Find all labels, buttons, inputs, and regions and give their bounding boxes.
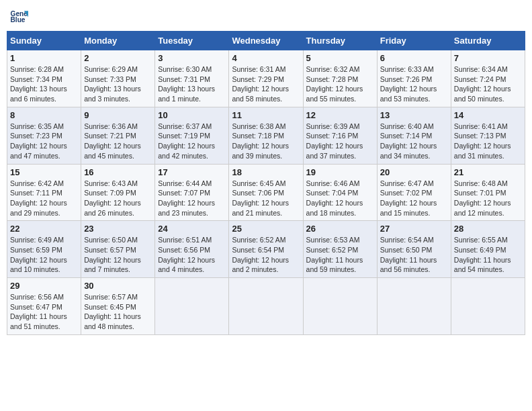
- calendar-cell: 2Sunrise: 6:29 AMSunset: 7:33 PMDaylight…: [81, 50, 155, 107]
- day-info: Sunrise: 6:52 AMSunset: 6:54 PMDaylight:…: [232, 235, 300, 275]
- day-number: 27: [380, 224, 448, 234]
- day-info: Sunrise: 6:31 AMSunset: 7:29 PMDaylight:…: [232, 64, 300, 104]
- calendar-week-row: 1Sunrise: 6:28 AMSunset: 7:34 PMDaylight…: [7, 50, 525, 107]
- calendar-cell: 1Sunrise: 6:28 AMSunset: 7:34 PMDaylight…: [7, 50, 81, 107]
- calendar-cell: 29Sunrise: 6:56 AMSunset: 6:47 PMDayligh…: [7, 278, 81, 335]
- calendar-cell: 16Sunrise: 6:43 AMSunset: 7:09 PMDayligh…: [81, 164, 155, 221]
- day-number: 7: [454, 53, 522, 63]
- day-number: 13: [380, 110, 448, 120]
- day-number: 15: [10, 167, 78, 177]
- day-number: 8: [10, 110, 78, 120]
- calendar-cell: 4Sunrise: 6:31 AMSunset: 7:29 PMDaylight…: [229, 50, 303, 107]
- day-info: Sunrise: 6:47 AMSunset: 7:02 PMDaylight:…: [380, 179, 448, 218]
- day-number: 21: [454, 167, 522, 177]
- calendar-cell: 10Sunrise: 6:37 AMSunset: 7:19 PMDayligh…: [155, 107, 229, 164]
- day-number: 22: [10, 224, 78, 234]
- calendar-cell: [155, 278, 229, 335]
- calendar-cell: 28Sunrise: 6:55 AMSunset: 6:49 PMDayligh…: [451, 221, 525, 278]
- calendar-cell: 6Sunrise: 6:33 AMSunset: 7:26 PMDaylight…: [377, 50, 451, 107]
- day-info: Sunrise: 6:39 AMSunset: 7:16 PMDaylight:…: [306, 122, 374, 161]
- day-info: Sunrise: 6:43 AMSunset: 7:09 PMDaylight:…: [84, 179, 152, 218]
- day-info: Sunrise: 6:38 AMSunset: 7:18 PMDaylight:…: [232, 122, 300, 161]
- day-number: 18: [232, 167, 300, 177]
- day-info: Sunrise: 6:45 AMSunset: 7:06 PMDaylight:…: [232, 179, 300, 218]
- calendar-cell: 7Sunrise: 6:34 AMSunset: 7:24 PMDaylight…: [451, 50, 525, 107]
- calendar-cell: 18Sunrise: 6:45 AMSunset: 7:06 PMDayligh…: [229, 164, 303, 221]
- calendar-cell: 5Sunrise: 6:32 AMSunset: 7:28 PMDaylight…: [303, 50, 377, 107]
- day-info: Sunrise: 6:32 AMSunset: 7:28 PMDaylight:…: [306, 64, 374, 104]
- calendar-cell: 27Sunrise: 6:54 AMSunset: 6:50 PMDayligh…: [377, 221, 451, 278]
- day-number: 16: [84, 167, 152, 177]
- calendar-cell: 21Sunrise: 6:48 AMSunset: 7:01 PMDayligh…: [451, 164, 525, 221]
- day-header-saturday: Saturday: [451, 32, 525, 50]
- calendar-cell: 22Sunrise: 6:49 AMSunset: 6:59 PMDayligh…: [7, 221, 81, 278]
- day-info: Sunrise: 6:51 AMSunset: 6:56 PMDaylight:…: [158, 235, 226, 275]
- day-info: Sunrise: 6:33 AMSunset: 7:26 PMDaylight:…: [380, 64, 448, 104]
- calendar-cell: 24Sunrise: 6:51 AMSunset: 6:56 PMDayligh…: [155, 221, 229, 278]
- day-number: 4: [232, 53, 300, 63]
- calendar-week-row: 15Sunrise: 6:42 AMSunset: 7:11 PMDayligh…: [7, 164, 525, 221]
- day-number: 30: [84, 281, 152, 291]
- calendar-cell: 23Sunrise: 6:50 AMSunset: 6:57 PMDayligh…: [81, 221, 155, 278]
- day-number: 11: [232, 110, 300, 120]
- day-number: 24: [158, 224, 226, 234]
- day-number: 23: [84, 224, 152, 234]
- calendar-week-row: 22Sunrise: 6:49 AMSunset: 6:59 PMDayligh…: [7, 221, 525, 278]
- day-info: Sunrise: 6:44 AMSunset: 7:07 PMDaylight:…: [158, 179, 226, 218]
- day-number: 5: [306, 53, 374, 63]
- day-info: Sunrise: 6:28 AMSunset: 7:34 PMDaylight:…: [10, 64, 78, 104]
- day-info: Sunrise: 6:48 AMSunset: 7:01 PMDaylight:…: [454, 179, 522, 218]
- day-info: Sunrise: 6:36 AMSunset: 7:21 PMDaylight:…: [84, 122, 152, 161]
- day-number: 10: [158, 110, 226, 120]
- day-header-thursday: Thursday: [303, 32, 377, 50]
- day-info: Sunrise: 6:53 AMSunset: 6:52 PMDaylight:…: [306, 235, 374, 275]
- day-info: Sunrise: 6:29 AMSunset: 7:33 PMDaylight:…: [84, 64, 152, 104]
- day-number: 26: [306, 224, 374, 234]
- calendar-cell: 30Sunrise: 6:57 AMSunset: 6:45 PMDayligh…: [81, 278, 155, 335]
- calendar-cell: 13Sunrise: 6:40 AMSunset: 7:14 PMDayligh…: [377, 107, 451, 164]
- logo: General Blue: [9, 7, 30, 26]
- day-info: Sunrise: 6:50 AMSunset: 6:57 PMDaylight:…: [84, 235, 152, 275]
- calendar-cell: 3Sunrise: 6:30 AMSunset: 7:31 PMDaylight…: [155, 50, 229, 107]
- day-header-tuesday: Tuesday: [155, 32, 229, 50]
- calendar-cell: 14Sunrise: 6:41 AMSunset: 7:13 PMDayligh…: [451, 107, 525, 164]
- day-number: 17: [158, 167, 226, 177]
- day-info: Sunrise: 6:37 AMSunset: 7:19 PMDaylight:…: [158, 122, 226, 161]
- calendar-cell: 17Sunrise: 6:44 AMSunset: 7:07 PMDayligh…: [155, 164, 229, 221]
- day-header-monday: Monday: [81, 32, 155, 50]
- calendar-cell: [377, 278, 451, 335]
- calendar-cell: [303, 278, 377, 335]
- day-number: 28: [454, 224, 522, 234]
- day-number: 29: [10, 281, 78, 291]
- calendar-cell: 15Sunrise: 6:42 AMSunset: 7:11 PMDayligh…: [7, 164, 81, 221]
- day-info: Sunrise: 6:30 AMSunset: 7:31 PMDaylight:…: [158, 64, 226, 104]
- calendar-table: SundayMondayTuesdayWednesdayThursdayFrid…: [7, 31, 525, 335]
- calendar-header-row: SundayMondayTuesdayWednesdayThursdayFrid…: [7, 32, 525, 50]
- calendar-cell: 26Sunrise: 6:53 AMSunset: 6:52 PMDayligh…: [303, 221, 377, 278]
- calendar-cell: 11Sunrise: 6:38 AMSunset: 7:18 PMDayligh…: [229, 107, 303, 164]
- day-info: Sunrise: 6:34 AMSunset: 7:24 PMDaylight:…: [454, 64, 522, 104]
- day-info: Sunrise: 6:55 AMSunset: 6:49 PMDaylight:…: [454, 235, 522, 275]
- day-info: Sunrise: 6:46 AMSunset: 7:04 PMDaylight:…: [306, 179, 374, 218]
- day-info: Sunrise: 6:56 AMSunset: 6:47 PMDaylight:…: [10, 292, 78, 332]
- day-number: 2: [84, 53, 152, 63]
- day-header-friday: Friday: [377, 32, 451, 50]
- calendar-cell: 19Sunrise: 6:46 AMSunset: 7:04 PMDayligh…: [303, 164, 377, 221]
- day-header-wednesday: Wednesday: [229, 32, 303, 50]
- day-info: Sunrise: 6:35 AMSunset: 7:23 PMDaylight:…: [10, 122, 78, 161]
- calendar-cell: 20Sunrise: 6:47 AMSunset: 7:02 PMDayligh…: [377, 164, 451, 221]
- page-header: General Blue: [7, 7, 525, 26]
- day-number: 6: [380, 53, 448, 63]
- day-info: Sunrise: 6:42 AMSunset: 7:11 PMDaylight:…: [10, 179, 78, 218]
- day-number: 14: [454, 110, 522, 120]
- calendar-cell: [229, 278, 303, 335]
- day-info: Sunrise: 6:49 AMSunset: 6:59 PMDaylight:…: [10, 235, 78, 275]
- logo-icon: General Blue: [9, 7, 28, 26]
- day-number: 12: [306, 110, 374, 120]
- day-info: Sunrise: 6:40 AMSunset: 7:14 PMDaylight:…: [380, 122, 448, 161]
- day-info: Sunrise: 6:41 AMSunset: 7:13 PMDaylight:…: [454, 122, 522, 161]
- day-number: 1: [10, 53, 78, 63]
- day-info: Sunrise: 6:57 AMSunset: 6:45 PMDaylight:…: [84, 292, 152, 332]
- calendar-cell: 8Sunrise: 6:35 AMSunset: 7:23 PMDaylight…: [7, 107, 81, 164]
- calendar-week-row: 8Sunrise: 6:35 AMSunset: 7:23 PMDaylight…: [7, 107, 525, 164]
